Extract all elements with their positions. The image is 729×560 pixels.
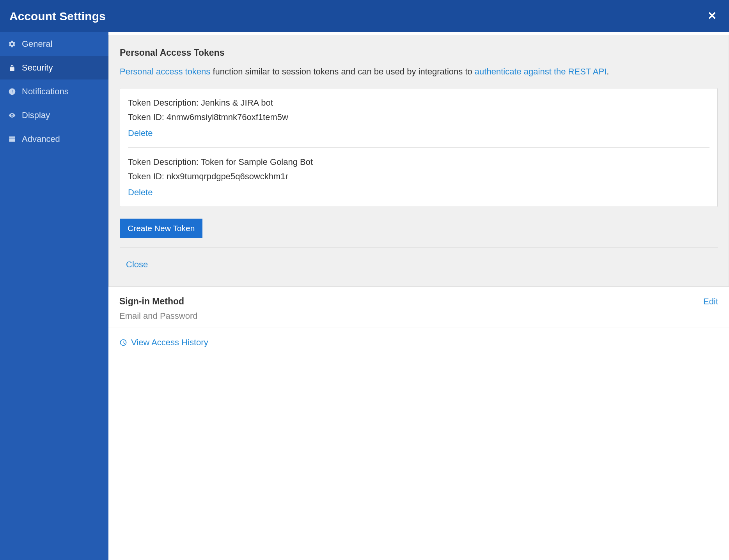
layout-icon xyxy=(8,135,16,143)
token-desc-label: Token Description: xyxy=(128,157,201,167)
modal-body: General Security Notifications Display A… xyxy=(0,32,729,560)
token-description: Token Description: Token for Sample Gola… xyxy=(128,155,709,168)
signin-title: Sign-in Method xyxy=(119,295,184,308)
token-id-label: Token ID: xyxy=(128,112,167,122)
access-history-label: View Access History xyxy=(131,336,208,349)
signin-value: Email and Password xyxy=(119,309,718,322)
sidebar-item-security[interactable]: Security xyxy=(0,56,108,79)
exclamation-circle-icon xyxy=(8,87,16,96)
tokens-description: Personal access tokens function similar … xyxy=(120,65,718,78)
modal-header: Account Settings ✕ xyxy=(0,0,729,32)
close-tokens-link[interactable]: Close xyxy=(126,260,148,269)
create-new-token-button[interactable]: Create New Token xyxy=(120,219,202,238)
main-content: Personal Access Tokens Personal access t… xyxy=(108,32,729,560)
sidebar: General Security Notifications Display A… xyxy=(0,32,108,560)
eye-icon xyxy=(8,111,16,120)
personal-access-tokens-link[interactable]: Personal access tokens xyxy=(120,67,210,76)
tokens-panel: Personal Access Tokens Personal access t… xyxy=(108,35,729,287)
token-row: Token Description: Jenkins & JIRA bot To… xyxy=(128,88,709,148)
tokens-desc-text-1: function similar to session tokens and c… xyxy=(210,67,475,76)
page-title: Account Settings xyxy=(9,7,106,25)
signin-section: Sign-in Method Edit Email and Password xyxy=(108,287,729,328)
token-row: Token Description: Token for Sample Gola… xyxy=(128,148,709,207)
clock-icon xyxy=(119,339,127,346)
token-desc-value: Jenkins & JIRA bot xyxy=(201,98,273,108)
sidebar-item-label: Notifications xyxy=(22,85,69,98)
token-desc-value: Token for Sample Golang Bot xyxy=(201,157,313,167)
token-description: Token Description: Jenkins & JIRA bot xyxy=(128,96,709,109)
sidebar-item-label: Advanced xyxy=(22,132,60,145)
gear-icon xyxy=(8,40,16,48)
view-access-history-link[interactable]: View Access History xyxy=(108,327,729,364)
sidebar-item-label: General xyxy=(22,37,52,50)
token-id-value: nkx9tumqrpdgpe5q6sowckhm1r xyxy=(167,171,288,181)
token-id-label: Token ID: xyxy=(128,171,167,181)
delete-token-link[interactable]: Delete xyxy=(128,127,153,140)
token-id: Token ID: 4nmw6msiyi8tmnk76oxf1tem5w xyxy=(128,111,709,124)
sidebar-item-general[interactable]: General xyxy=(0,32,108,56)
token-desc-label: Token Description: xyxy=(128,98,201,108)
token-id-value: 4nmw6msiyi8tmnk76oxf1tem5w xyxy=(167,112,288,122)
sidebar-item-display[interactable]: Display xyxy=(0,103,108,127)
sidebar-item-label: Security xyxy=(22,61,53,74)
delete-token-link[interactable]: Delete xyxy=(128,186,153,199)
close-icon[interactable]: ✕ xyxy=(704,7,720,25)
token-list: Token Description: Jenkins & JIRA bot To… xyxy=(120,88,718,207)
tokens-desc-tail: . xyxy=(607,67,609,76)
sidebar-item-label: Display xyxy=(22,109,50,122)
signin-edit-link[interactable]: Edit xyxy=(703,295,718,308)
tokens-section-title: Personal Access Tokens xyxy=(120,46,718,60)
sidebar-item-advanced[interactable]: Advanced xyxy=(0,127,108,151)
token-id: Token ID: nkx9tumqrpdgpe5q6sowckhm1r xyxy=(128,170,709,183)
sidebar-item-notifications[interactable]: Notifications xyxy=(0,79,108,103)
rest-api-auth-link[interactable]: authenticate against the REST API xyxy=(475,67,607,76)
lock-icon xyxy=(8,64,16,72)
